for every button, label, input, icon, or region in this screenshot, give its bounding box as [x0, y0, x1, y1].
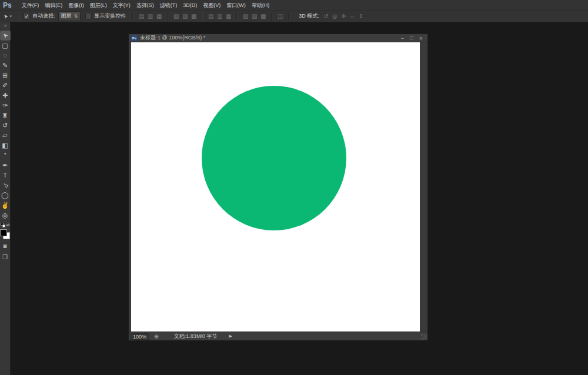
menu-help[interactable]: 帮助(H) — [249, 0, 273, 11]
3d-mode-label: 3D 模式: — [299, 12, 319, 20]
distribute-icons-group-2: ▧▨▩ — [241, 13, 268, 19]
separator — [132, 12, 133, 21]
eyedropper-tool[interactable]: ✐ — [0, 81, 11, 91]
align-bottom-edges-icon[interactable]: ▦ — [155, 13, 163, 19]
screen-mode-button[interactable]: ❐ — [0, 253, 11, 262]
distribute-top-edges-icon[interactable]: ▤ — [206, 13, 215, 19]
default-colors-icon[interactable] — [1, 223, 5, 227]
zoom-tool[interactable]: ◎ — [0, 210, 11, 220]
lasso-tool[interactable]: ◌ — [0, 51, 11, 61]
menu-window[interactable]: 窗口(W) — [223, 0, 249, 11]
move-tool[interactable]: ➤ — [0, 31, 11, 41]
tool-preset-picker[interactable]: ➤ ▾ — [4, 14, 12, 19]
window-controls: – □ × — [401, 35, 425, 42]
crop-tool[interactable]: ⊞ — [0, 71, 11, 81]
foreground-color-swatch[interactable] — [0, 229, 7, 236]
icon-glyph: ▱ — [0, 130, 11, 140]
clone-stamp-tool[interactable]: ♜ — [0, 111, 11, 120]
menu-layer[interactable]: 图层(L) — [87, 0, 110, 11]
status-expand-arrow[interactable]: ▶ — [229, 334, 232, 339]
menu-filter[interactable]: 滤镜(T) — [157, 0, 181, 11]
swap-colors-icon[interactable]: ⇄ — [6, 223, 10, 227]
maximize-button[interactable]: □ — [410, 35, 413, 42]
scrollbar-area — [420, 42, 427, 332]
spot-healing-brush-tool[interactable]: ✚ — [0, 91, 11, 101]
icon-glyph: ↺ — [0, 120, 11, 130]
menu-edit[interactable]: 编辑(E) — [42, 0, 65, 11]
stepper-icon: ⇅ — [74, 14, 78, 19]
color-swatches — [0, 229, 10, 239]
options-bar: ➤ ▾ ✓ 自动选择: 图层 ⇅ 显示变换控件 ▤▥▦ ▧▨▩ ▤▥▦ ▧▨▩ … — [0, 11, 588, 22]
separator — [236, 12, 238, 21]
distribute-right-edges-icon[interactable]: ▩ — [259, 13, 268, 19]
align-icons-group-2: ▧▨▩ — [172, 13, 198, 19]
align-right-edges-icon[interactable]: ▩ — [189, 13, 198, 19]
align-vertical-centers-icon[interactable]: ▥ — [146, 13, 155, 19]
icon-glyph: ▥ — [146, 13, 155, 19]
document-statusbar: 100% ◉ 文档:1.83M/0 字节 ▶ — [129, 332, 427, 340]
menu-3d[interactable]: 3D(D) — [180, 0, 200, 11]
close-button[interactable]: × — [419, 35, 423, 42]
history-brush-tool[interactable]: ↺ — [0, 120, 11, 130]
align-left-edges-icon[interactable]: ▧ — [172, 13, 181, 19]
icon-glyph: ◧ — [0, 140, 11, 150]
green-circle — [202, 86, 346, 230]
canvas[interactable] — [131, 42, 420, 333]
pen-tool[interactable]: ✒ — [0, 160, 11, 170]
icon-glyph: ▧ — [172, 13, 181, 19]
brush-tool[interactable]: ✑ — [0, 101, 11, 111]
photoshop-app: Ps 文件(F)编辑(E)图像(I)图层(L)文字(Y)选择(S)滤镜(T)3D… — [0, 0, 588, 375]
icon-glyph: ↺ — [322, 13, 330, 19]
path-selection-tool[interactable]: ▻ — [0, 180, 11, 190]
distribute-bottom-edges-icon[interactable]: ▦ — [224, 13, 233, 19]
menu-select[interactable]: 选择(S) — [133, 0, 157, 11]
menu-view[interactable]: 视图(V) — [200, 0, 223, 11]
icon-glyph: ❜ — [0, 150, 11, 160]
menu-type[interactable]: 文字(Y) — [110, 0, 133, 11]
tools-list: ➤▢◌✎⊞✐✚✑♜↺▱◧❜✒T▻◯✌◎ — [0, 31, 11, 220]
icon-glyph: ✌ — [0, 200, 11, 210]
zoom-level-field[interactable]: 100% — [131, 333, 149, 340]
workspace: Ps 未标题-1 @ 100%(RGB/8) * – □ × 100% ◉ 文档… — [11, 22, 588, 375]
auto-select-target-dropdown[interactable]: 图层 ⇅ — [58, 11, 81, 21]
document-titlebar[interactable]: Ps 未标题-1 @ 100%(RGB/8) * – □ × — [129, 34, 427, 42]
menu-file[interactable]: 文件(F) — [19, 0, 42, 11]
align-horizontal-centers-icon[interactable]: ▨ — [181, 13, 189, 19]
3d-roll-icon[interactable]: ◎ — [330, 13, 339, 19]
icon-glyph: ▩ — [189, 13, 198, 19]
quick-selection-tool[interactable]: ✎ — [0, 61, 11, 71]
gradient-tool[interactable]: ◧ — [0, 140, 11, 150]
3d-drag-icon[interactable]: ✜ — [339, 13, 348, 19]
icon-glyph: ✒ — [0, 160, 11, 170]
icon-glyph: ▨ — [250, 13, 259, 19]
icon-glyph: ▨ — [181, 13, 189, 19]
icon-glyph: ✜ — [339, 13, 348, 19]
eraser-tool[interactable]: ▱ — [0, 130, 11, 140]
align-icons-group-1: ▤▥▦ — [137, 13, 163, 19]
icon-glyph: ▩ — [259, 13, 268, 19]
icon-glyph: ✑ — [0, 101, 11, 111]
blur-tool[interactable]: ❜ — [0, 150, 11, 160]
distribute-left-edges-icon[interactable]: ▧ — [241, 13, 250, 19]
hand-tool[interactable]: ✌ — [0, 200, 11, 210]
separator — [19, 12, 20, 21]
distribute-vertical-centers-icon[interactable]: ▥ — [215, 13, 224, 19]
menu-image[interactable]: 图像(I) — [65, 0, 87, 11]
3d-rotate-icon[interactable]: ↺ — [322, 13, 330, 19]
show-transform-checkbox[interactable] — [85, 13, 92, 19]
icon-glyph: ▦ — [224, 13, 233, 19]
auto-select-checkbox[interactable]: ✓ — [24, 13, 30, 19]
auto-select-label: 自动选择: — [32, 12, 55, 20]
quick-mask-button[interactable]: ◙ — [0, 242, 11, 250]
3d-scale-icon[interactable]: ⇕ — [357, 13, 366, 19]
align-top-edges-icon[interactable]: ▤ — [137, 13, 146, 19]
icon-glyph: ▦ — [155, 13, 163, 19]
auto-align-layers-icon[interactable]: ◫ — [276, 13, 285, 19]
distribute-horizontal-centers-icon[interactable]: ▨ — [250, 13, 259, 19]
minimize-button[interactable]: – — [401, 35, 404, 42]
3d-slide-icon[interactable]: ⇔ — [348, 13, 357, 19]
icon-glyph: ✐ — [0, 81, 11, 91]
mini-color-row: ⇄ — [1, 223, 10, 227]
window-resize-grip[interactable] — [421, 334, 427, 340]
separator — [271, 12, 272, 21]
